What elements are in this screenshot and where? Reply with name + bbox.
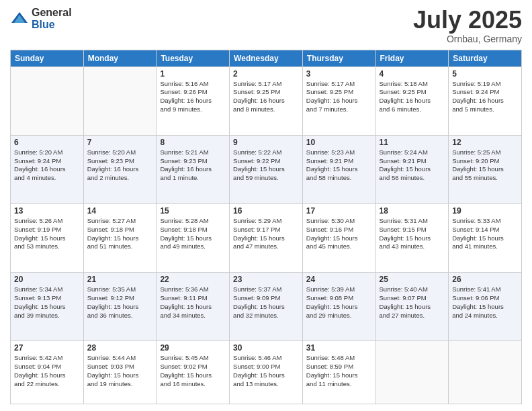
day-number: 9 [233,138,299,147]
day-number: 12 [452,138,518,147]
table-row: 24Sunrise: 5:39 AMSunset: 9:08 PMDayligh… [302,273,375,341]
col-monday: Monday [83,50,157,66]
logo: General Blue [10,7,72,30]
col-sunday: Sunday [11,50,84,66]
calendar-week-3: 13Sunrise: 5:26 AMSunset: 9:19 PMDayligh… [11,203,522,272]
day-info: Sunrise: 5:25 AMSunset: 9:20 PMDaylight:… [452,148,518,183]
table-row: 13Sunrise: 5:26 AMSunset: 9:19 PMDayligh… [11,203,84,272]
logo-general-text: General [32,7,72,19]
day-number: 31 [306,343,372,353]
day-info: Sunrise: 5:37 AMSunset: 9:09 PMDaylight:… [233,285,299,320]
day-info: Sunrise: 5:36 AMSunset: 9:11 PMDaylight:… [160,285,226,320]
day-number: 1 [160,69,226,79]
logo-blue-text: Blue [32,19,72,31]
table-row: 2Sunrise: 5:17 AMSunset: 9:25 PMDaylight… [230,66,303,135]
day-number: 3 [306,69,372,79]
table-row: 20Sunrise: 5:34 AMSunset: 9:13 PMDayligh… [11,273,84,341]
calendar-table: Sunday Monday Tuesday Wednesday Thursday… [10,50,522,404]
day-number: 7 [87,138,153,147]
table-row: 3Sunrise: 5:17 AMSunset: 9:25 PMDaylight… [302,66,375,135]
day-number: 16 [233,206,299,216]
day-info: Sunrise: 5:33 AMSunset: 9:14 PMDaylight:… [452,217,518,251]
day-number: 23 [233,275,299,284]
day-number: 19 [452,206,518,216]
logo-text: General Blue [32,7,72,30]
table-row: 16Sunrise: 5:29 AMSunset: 9:17 PMDayligh… [230,203,303,272]
table-row: 9Sunrise: 5:22 AMSunset: 9:22 PMDaylight… [230,135,303,203]
day-info: Sunrise: 5:28 AMSunset: 9:18 PMDaylight:… [160,217,226,251]
header: General Blue July 2025 Ornbau, Germany [10,7,522,44]
day-info: Sunrise: 5:23 AMSunset: 9:21 PMDaylight:… [306,148,372,183]
logo-icon [10,9,29,28]
day-info: Sunrise: 5:21 AMSunset: 9:23 PMDaylight:… [160,148,226,183]
table-row: 22Sunrise: 5:36 AMSunset: 9:11 PMDayligh… [157,273,230,341]
day-number: 14 [87,206,153,216]
col-saturday: Saturday [449,50,522,66]
day-number: 11 [380,138,445,147]
table-row: 11Sunrise: 5:24 AMSunset: 9:21 PMDayligh… [375,135,449,203]
table-row: 26Sunrise: 5:41 AMSunset: 9:06 PMDayligh… [449,273,522,341]
table-row: 5Sunrise: 5:19 AMSunset: 9:24 PMDaylight… [449,66,522,135]
day-number: 4 [380,69,445,79]
day-number: 6 [14,138,80,147]
table-row: 27Sunrise: 5:42 AMSunset: 9:04 PMDayligh… [11,341,84,404]
day-info: Sunrise: 5:19 AMSunset: 9:24 PMDaylight:… [452,80,518,114]
day-number: 17 [306,206,372,216]
table-row: 7Sunrise: 5:20 AMSunset: 9:23 PMDaylight… [83,135,157,203]
day-number: 10 [306,138,372,147]
calendar-header-row: Sunday Monday Tuesday Wednesday Thursday… [11,50,522,66]
table-row: 6Sunrise: 5:20 AMSunset: 9:24 PMDaylight… [11,135,84,203]
day-info: Sunrise: 5:24 AMSunset: 9:21 PMDaylight:… [380,148,445,183]
table-row [83,66,157,135]
day-number: 13 [14,206,80,216]
day-number: 24 [306,275,372,284]
page: General Blue July 2025 Ornbau, Germany S… [0,0,532,411]
col-thursday: Thursday [302,50,375,66]
day-info: Sunrise: 5:46 AMSunset: 9:00 PMDaylight:… [233,354,299,388]
day-info: Sunrise: 5:22 AMSunset: 9:22 PMDaylight:… [233,148,299,183]
day-number: 26 [452,275,518,284]
day-number: 28 [87,343,153,353]
day-number: 21 [87,275,153,284]
day-info: Sunrise: 5:16 AMSunset: 9:26 PMDaylight:… [160,80,226,114]
location-subtitle: Ornbau, Germany [413,34,522,44]
table-row [11,66,84,135]
table-row: 18Sunrise: 5:31 AMSunset: 9:15 PMDayligh… [375,203,449,272]
calendar-week-5: 27Sunrise: 5:42 AMSunset: 9:04 PMDayligh… [11,341,522,404]
day-number: 5 [452,69,518,79]
day-info: Sunrise: 5:18 AMSunset: 9:25 PMDaylight:… [380,80,445,114]
title-section: July 2025 Ornbau, Germany [413,7,522,44]
day-number: 27 [14,343,80,353]
day-info: Sunrise: 5:26 AMSunset: 9:19 PMDaylight:… [14,217,80,251]
day-number: 15 [160,206,226,216]
col-tuesday: Tuesday [157,50,230,66]
table-row: 4Sunrise: 5:18 AMSunset: 9:25 PMDaylight… [375,66,449,135]
day-info: Sunrise: 5:20 AMSunset: 9:23 PMDaylight:… [87,148,153,183]
table-row: 31Sunrise: 5:48 AMSunset: 8:59 PMDayligh… [302,341,375,404]
day-number: 30 [233,343,299,353]
day-info: Sunrise: 5:34 AMSunset: 9:13 PMDaylight:… [14,285,80,320]
table-row [375,341,449,404]
col-wednesday: Wednesday [230,50,303,66]
table-row [449,341,522,404]
calendar-week-4: 20Sunrise: 5:34 AMSunset: 9:13 PMDayligh… [11,273,522,341]
calendar-week-1: 1Sunrise: 5:16 AMSunset: 9:26 PMDaylight… [11,66,522,135]
month-year-title: July 2025 [413,7,522,34]
day-info: Sunrise: 5:48 AMSunset: 8:59 PMDaylight:… [306,354,372,388]
day-number: 8 [160,138,226,147]
table-row: 30Sunrise: 5:46 AMSunset: 9:00 PMDayligh… [230,341,303,404]
day-number: 29 [160,343,226,353]
table-row: 14Sunrise: 5:27 AMSunset: 9:18 PMDayligh… [83,203,157,272]
table-row: 10Sunrise: 5:23 AMSunset: 9:21 PMDayligh… [302,135,375,203]
table-row: 19Sunrise: 5:33 AMSunset: 9:14 PMDayligh… [449,203,522,272]
day-info: Sunrise: 5:20 AMSunset: 9:24 PMDaylight:… [14,148,80,183]
day-info: Sunrise: 5:42 AMSunset: 9:04 PMDaylight:… [14,354,80,388]
day-info: Sunrise: 5:45 AMSunset: 9:02 PMDaylight:… [160,354,226,388]
table-row: 12Sunrise: 5:25 AMSunset: 9:20 PMDayligh… [449,135,522,203]
table-row: 29Sunrise: 5:45 AMSunset: 9:02 PMDayligh… [157,341,230,404]
table-row: 21Sunrise: 5:35 AMSunset: 9:12 PMDayligh… [83,273,157,341]
day-info: Sunrise: 5:44 AMSunset: 9:03 PMDaylight:… [87,354,153,388]
day-info: Sunrise: 5:17 AMSunset: 9:25 PMDaylight:… [306,80,372,114]
day-number: 18 [380,206,445,216]
day-info: Sunrise: 5:27 AMSunset: 9:18 PMDaylight:… [87,217,153,251]
